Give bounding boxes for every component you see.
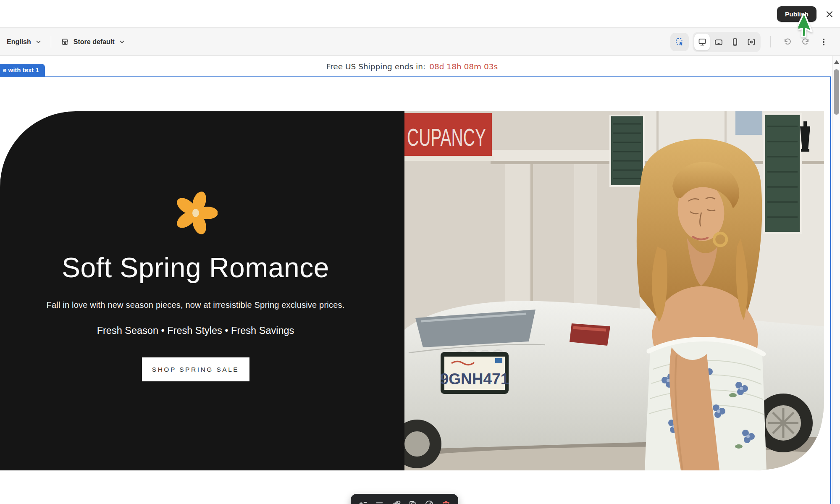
sky-sliver — [735, 111, 762, 135]
duplicate-icon — [408, 499, 418, 504]
toolbar-divider — [770, 36, 771, 47]
close-icon — [825, 10, 834, 18]
toolbar-left: English Store default — [0, 35, 129, 49]
language-label: English — [7, 38, 31, 46]
scrollbar-thumb[interactable] — [834, 69, 839, 115]
chevron-down-icon — [119, 39, 125, 45]
desktop-icon — [698, 37, 707, 47]
hide-button[interactable] — [424, 499, 434, 504]
hide-icon — [424, 499, 434, 504]
toolbar-divider — [51, 36, 51, 47]
device-toggle-fit-width[interactable] — [743, 34, 759, 50]
flower-icon — [174, 191, 218, 235]
shop-spring-sale-button[interactable]: SHOP SPRING SALE — [142, 357, 249, 381]
more-options-button[interactable] — [816, 35, 831, 49]
selection-outline-right — [830, 76, 831, 504]
select-mode-button[interactable] — [670, 33, 689, 51]
svg-text:9GNH471: 9GNH471 — [440, 370, 509, 388]
hero-tagline: Fresh Season • Fresh Styles • Fresh Savi… — [97, 325, 294, 336]
svg-text:CUPANCY: CUPANCY — [407, 123, 486, 151]
undo-icon — [782, 37, 793, 47]
trash-icon — [441, 499, 451, 504]
announcement-text: Free US Shipping ends in: — [326, 62, 425, 71]
store-label: Store default — [74, 38, 115, 46]
delete-button[interactable] — [441, 499, 451, 504]
hero-heading: Soft Spring Romance — [62, 252, 329, 284]
mobile-icon — [730, 37, 740, 47]
device-toggle-desktop[interactable] — [694, 34, 710, 50]
redo-icon — [801, 37, 811, 47]
publish-button[interactable]: Publish — [777, 6, 816, 22]
hero-text-panel: Soft Spring Romance Fall in love with ne… — [0, 111, 404, 470]
device-preview-switcher — [693, 32, 761, 52]
section-context-toolbar — [351, 494, 458, 504]
chevron-down-icon — [35, 39, 42, 45]
undo-button[interactable] — [780, 35, 795, 49]
toolbar-right — [670, 32, 840, 52]
occupancy-sign: CUPANCY — [404, 113, 494, 161]
duplicate-button[interactable] — [408, 499, 418, 504]
license-plate: 9GNH471 — [440, 352, 509, 394]
scrollbar-up-arrow[interactable] — [834, 60, 839, 64]
woman-figure — [637, 139, 766, 470]
device-toggle-tablet[interactable] — [711, 34, 726, 50]
fit-width-icon — [747, 37, 756, 47]
move-up-icon — [358, 499, 368, 504]
close-button[interactable] — [824, 9, 835, 20]
image-with-text-section[interactable]: Soft Spring Romance Fall in love with ne… — [0, 111, 824, 470]
green-door — [764, 114, 801, 233]
theme-editor: Publish English Store default — [0, 0, 840, 504]
preview-scrollbar — [832, 56, 840, 504]
announcement-countdown: 08d 18h 08m 03s — [429, 62, 498, 71]
hero-subheading: Fall in love with new season pieces, now… — [47, 300, 345, 310]
editor-header: Publish — [0, 0, 840, 28]
section-selection-label[interactable]: e with text 1 — [0, 64, 45, 76]
reorder-button[interactable] — [375, 499, 385, 504]
hero-photo: CUPANCY — [404, 111, 824, 470]
announcement-bar: Free US Shipping ends in: 08d 18h 08m 03… — [0, 56, 824, 76]
page-preview: Free US Shipping ends in: 08d 18h 08m 03… — [0, 56, 832, 504]
hero-image-panel: CUPANCY — [404, 111, 824, 470]
redo-button[interactable] — [798, 35, 813, 49]
selection-outline-top — [0, 76, 831, 77]
swap-icon — [391, 499, 401, 504]
storefront-icon — [60, 37, 69, 46]
reorder-icon — [375, 499, 385, 504]
tablet-icon — [714, 37, 723, 47]
device-toggle-mobile[interactable] — [727, 34, 743, 50]
shuttered-window — [610, 116, 644, 186]
select-cursor-icon — [675, 37, 685, 47]
store-selector[interactable]: Store default — [57, 35, 129, 49]
kebab-menu-icon — [819, 37, 828, 47]
language-selector[interactable]: English — [3, 36, 45, 48]
swap-button[interactable] — [391, 499, 401, 504]
editor-toolbar: English Store default — [0, 28, 840, 56]
move-up-button[interactable] — [358, 499, 368, 504]
